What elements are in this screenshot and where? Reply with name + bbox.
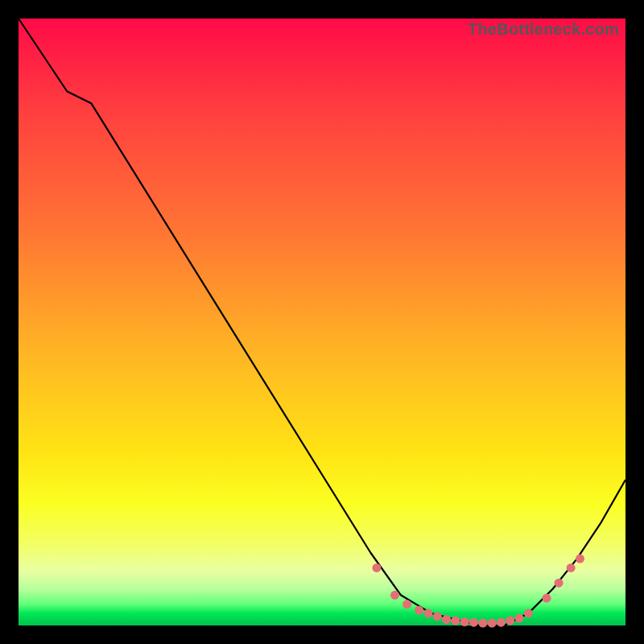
highlight-dot (451, 617, 460, 625)
highlight-dot (442, 615, 451, 624)
highlight-dot (469, 618, 478, 627)
plot-area: TheBottleneck.com (19, 19, 625, 625)
highlight-dot (515, 614, 524, 623)
highlight-dot (372, 564, 381, 572)
highlight-dot (555, 579, 564, 588)
highlight-dot (488, 619, 497, 628)
bottleneck-curve (19, 19, 625, 625)
curve-layer (19, 19, 625, 625)
highlight-dot (567, 564, 576, 572)
chart-frame: TheBottleneck.com (0, 0, 644, 644)
highlight-points (372, 555, 584, 628)
highlight-dot (497, 618, 506, 627)
highlight-dot (424, 609, 433, 617)
highlight-dot (402, 600, 411, 609)
highlight-dot (543, 594, 551, 603)
highlight-dot (478, 619, 487, 628)
highlight-dot (506, 617, 514, 625)
highlight-dot (576, 555, 584, 564)
highlight-dot (415, 606, 423, 615)
highlight-dot (524, 609, 533, 617)
highlight-dot (433, 612, 442, 621)
highlight-dot (460, 617, 469, 626)
highlight-dot (390, 591, 399, 600)
